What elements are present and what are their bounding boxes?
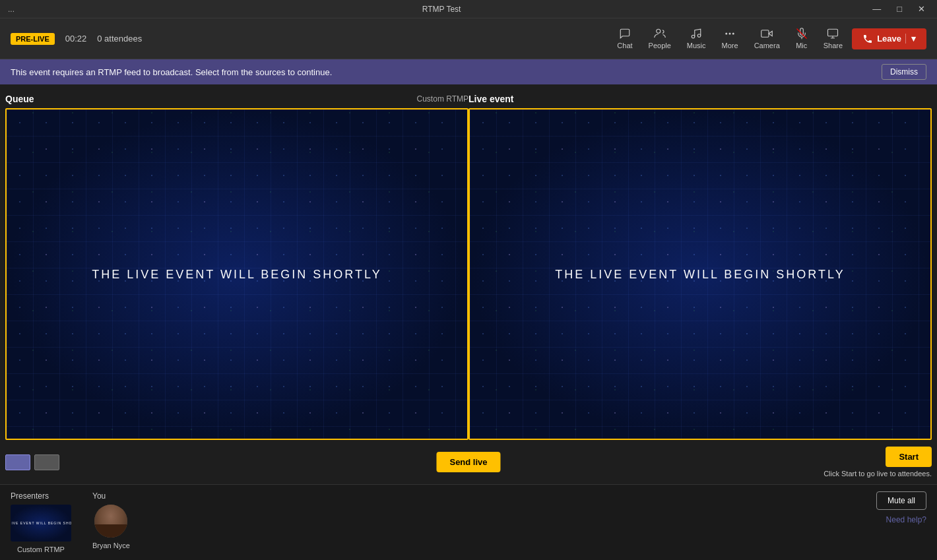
main-content: Queue Custom RTMP THE LIVE EVENT WILL BE… xyxy=(0,84,937,560)
people-button[interactable]: People xyxy=(642,24,678,53)
camera-label: Camera xyxy=(754,42,780,49)
preview-thumb-2[interactable] xyxy=(34,454,59,470)
video-area: Queue Custom RTMP THE LIVE EVENT WILL BE… xyxy=(0,84,937,440)
svg-point-5 xyxy=(732,33,734,35)
queue-header: Queue Custom RTMP xyxy=(5,90,468,108)
share-button[interactable]: Share xyxy=(817,24,849,53)
svg-rect-6 xyxy=(761,30,769,38)
live-event-panel-wrapper: Live event THE LIVE EVENT WILL BEGIN SHO… xyxy=(468,90,932,440)
chat-label: Chat xyxy=(617,42,632,49)
start-button[interactable]: Start xyxy=(886,447,932,467)
leave-label: Leave xyxy=(877,34,901,44)
chat-icon xyxy=(619,28,631,40)
more-label: More xyxy=(722,42,738,49)
need-help-link[interactable]: Need help? xyxy=(886,515,926,524)
svg-point-2 xyxy=(697,34,701,38)
mute-all-button[interactable]: Mute all xyxy=(876,491,926,510)
queue-video-text: THE LIVE EVENT WILL BEGIN SHORTLY xyxy=(92,267,381,281)
leave-chevron[interactable]: ▾ xyxy=(905,34,916,44)
mic-icon xyxy=(796,28,808,40)
controls-left xyxy=(5,454,59,470)
controls-bar: Send live Start Click Start to go live t… xyxy=(0,440,937,484)
people-icon xyxy=(654,28,666,40)
svg-point-0 xyxy=(656,29,660,33)
live-event-video-text: THE LIVE EVENT WILL BEGIN SHORTLY xyxy=(555,267,845,281)
more-button[interactable]: More xyxy=(715,24,745,53)
presenter-thumbnail: THE LIVE EVENT WILL BEGIN SHORTLY xyxy=(11,505,71,542)
minimize-button[interactable]: — xyxy=(868,3,885,15)
queue-title: Queue xyxy=(5,94,34,104)
you-group: You Bryan Nyce xyxy=(92,491,130,553)
presenter-mini-text: THE LIVE EVENT WILL BEGIN SHORTLY xyxy=(11,521,71,525)
banner-text: This event requires an RTMP feed to broa… xyxy=(11,67,332,77)
controls-right: Start Click Start to go live to attendee… xyxy=(824,447,932,478)
leave-button[interactable]: Leave ▾ xyxy=(852,28,926,49)
title-bar-dots: ... xyxy=(8,5,15,14)
people-label: People xyxy=(649,42,671,49)
bottom-right: Mute all Need help? xyxy=(876,491,926,524)
maximize-button[interactable]: □ xyxy=(893,3,906,15)
svg-point-1 xyxy=(692,35,695,38)
svg-point-4 xyxy=(729,33,731,35)
bottom-panel: Presenters THE LIVE EVENT WILL BEGIN SHO… xyxy=(0,484,937,560)
title-bar-title: RTMP Test xyxy=(422,5,461,14)
phone-icon xyxy=(862,34,873,44)
presenters-label: Presenters xyxy=(11,491,71,501)
presenters-group: Presenters THE LIVE EVENT WILL BEGIN SHO… xyxy=(11,491,71,553)
music-button[interactable]: Music xyxy=(680,24,713,53)
queue-video-panel: THE LIVE EVENT WILL BEGIN SHORTLY xyxy=(5,108,468,440)
close-button[interactable]: ✕ xyxy=(914,3,929,15)
toolbar-left: PRE-LIVE 00:22 0 attendees xyxy=(11,33,142,45)
mic-button[interactable]: Mic xyxy=(789,24,814,53)
more-icon xyxy=(724,28,736,40)
live-event-title: Live event xyxy=(468,94,513,104)
live-event-video-panel: THE LIVE EVENT WILL BEGIN SHORTLY xyxy=(468,108,932,440)
user-name: Bryan Nyce xyxy=(92,542,130,549)
title-bar-controls: — □ ✕ xyxy=(868,3,929,15)
music-icon xyxy=(690,28,702,40)
presenters-area: Presenters THE LIVE EVENT WILL BEGIN SHO… xyxy=(11,491,130,553)
avatar-beard xyxy=(94,524,127,538)
attendees: 0 attendees xyxy=(97,34,142,44)
timer: 00:22 xyxy=(65,34,87,44)
you-label: You xyxy=(92,491,106,501)
share-icon xyxy=(827,28,839,40)
toolbar-right: Chat People Music More xyxy=(610,24,926,53)
toolbar: PRE-LIVE 00:22 0 attendees Chat People M… xyxy=(0,18,937,59)
music-label: Music xyxy=(687,42,706,49)
queue-panel-wrapper: Queue Custom RTMP THE LIVE EVENT WILL BE… xyxy=(5,90,468,440)
avatar-face xyxy=(94,505,127,538)
svg-rect-9 xyxy=(828,29,838,36)
preview-thumb-1[interactable] xyxy=(5,454,30,470)
title-bar: ... RTMP Test — □ ✕ xyxy=(0,0,937,18)
presenter-name: Custom RTMP xyxy=(11,545,71,553)
user-avatar xyxy=(94,505,127,538)
rtmp-banner: This event requires an RTMP feed to broa… xyxy=(0,59,937,84)
chat-button[interactable]: Chat xyxy=(610,24,639,53)
pre-live-badge: PRE-LIVE xyxy=(11,33,55,45)
camera-button[interactable]: Camera xyxy=(748,24,787,53)
start-hint: Click Start to go live to attendees. xyxy=(824,470,932,478)
queue-custom-rtmp-label: Custom RTMP xyxy=(417,94,468,104)
controls-center: Send live xyxy=(436,452,500,472)
mic-label: Mic xyxy=(796,42,807,49)
share-label: Share xyxy=(824,42,843,49)
dismiss-button[interactable]: Dismiss xyxy=(882,64,926,80)
send-live-button[interactable]: Send live xyxy=(436,452,500,472)
live-event-header: Live event xyxy=(468,90,932,108)
svg-point-3 xyxy=(725,33,727,35)
camera-icon xyxy=(761,28,773,40)
